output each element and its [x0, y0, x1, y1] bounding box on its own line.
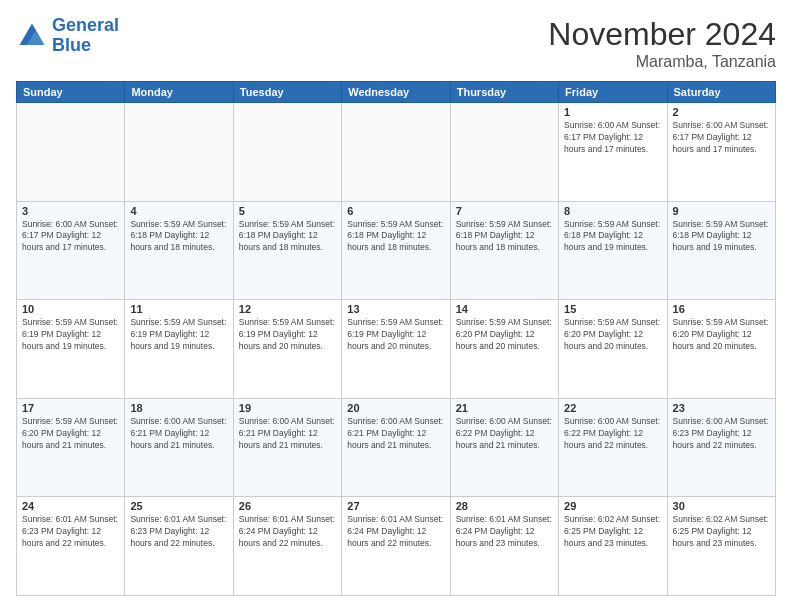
day-info: Sunrise: 5:59 AM Sunset: 6:18 PM Dayligh…: [456, 219, 553, 255]
day-number: 8: [564, 205, 661, 217]
day-info: Sunrise: 5:59 AM Sunset: 6:20 PM Dayligh…: [564, 317, 661, 353]
day-number: 26: [239, 500, 336, 512]
day-info: Sunrise: 5:59 AM Sunset: 6:20 PM Dayligh…: [22, 416, 119, 452]
calendar-day-cell: 1Sunrise: 6:00 AM Sunset: 6:17 PM Daylig…: [559, 103, 667, 202]
logo-line2: Blue: [52, 35, 91, 55]
day-info: Sunrise: 6:00 AM Sunset: 6:21 PM Dayligh…: [130, 416, 227, 452]
day-number: 11: [130, 303, 227, 315]
calendar-week-row: 24Sunrise: 6:01 AM Sunset: 6:23 PM Dayli…: [17, 497, 776, 596]
day-number: 28: [456, 500, 553, 512]
calendar-day-cell: 7Sunrise: 5:59 AM Sunset: 6:18 PM Daylig…: [450, 201, 558, 300]
calendar-day-cell: 2Sunrise: 6:00 AM Sunset: 6:17 PM Daylig…: [667, 103, 775, 202]
day-info: Sunrise: 6:00 AM Sunset: 6:23 PM Dayligh…: [673, 416, 770, 452]
day-info: Sunrise: 6:00 AM Sunset: 6:21 PM Dayligh…: [239, 416, 336, 452]
page: General Blue November 2024 Maramba, Tanz…: [0, 0, 792, 612]
day-number: 30: [673, 500, 770, 512]
logo-text: General Blue: [52, 16, 119, 56]
day-info: Sunrise: 6:02 AM Sunset: 6:25 PM Dayligh…: [564, 514, 661, 550]
calendar-day-cell: 24Sunrise: 6:01 AM Sunset: 6:23 PM Dayli…: [17, 497, 125, 596]
weekday-header-cell: Thursday: [450, 82, 558, 103]
calendar-week-row: 10Sunrise: 5:59 AM Sunset: 6:19 PM Dayli…: [17, 300, 776, 399]
day-info: Sunrise: 5:59 AM Sunset: 6:20 PM Dayligh…: [673, 317, 770, 353]
calendar-day-cell: 17Sunrise: 5:59 AM Sunset: 6:20 PM Dayli…: [17, 398, 125, 497]
day-number: 15: [564, 303, 661, 315]
calendar-day-cell: [233, 103, 341, 202]
day-number: 19: [239, 402, 336, 414]
day-number: 3: [22, 205, 119, 217]
day-info: Sunrise: 5:59 AM Sunset: 6:19 PM Dayligh…: [130, 317, 227, 353]
calendar-week-row: 3Sunrise: 6:00 AM Sunset: 6:17 PM Daylig…: [17, 201, 776, 300]
day-info: Sunrise: 6:01 AM Sunset: 6:24 PM Dayligh…: [239, 514, 336, 550]
day-number: 25: [130, 500, 227, 512]
calendar-day-cell: 9Sunrise: 5:59 AM Sunset: 6:18 PM Daylig…: [667, 201, 775, 300]
calendar-day-cell: 19Sunrise: 6:00 AM Sunset: 6:21 PM Dayli…: [233, 398, 341, 497]
day-info: Sunrise: 6:00 AM Sunset: 6:17 PM Dayligh…: [564, 120, 661, 156]
day-number: 21: [456, 402, 553, 414]
day-number: 1: [564, 106, 661, 118]
day-info: Sunrise: 6:01 AM Sunset: 6:24 PM Dayligh…: [456, 514, 553, 550]
calendar-day-cell: 23Sunrise: 6:00 AM Sunset: 6:23 PM Dayli…: [667, 398, 775, 497]
calendar-day-cell: [17, 103, 125, 202]
day-info: Sunrise: 5:59 AM Sunset: 6:19 PM Dayligh…: [22, 317, 119, 353]
day-number: 9: [673, 205, 770, 217]
calendar-day-cell: [125, 103, 233, 202]
header: General Blue November 2024 Maramba, Tanz…: [16, 16, 776, 71]
day-info: Sunrise: 6:00 AM Sunset: 6:21 PM Dayligh…: [347, 416, 444, 452]
day-info: Sunrise: 5:59 AM Sunset: 6:18 PM Dayligh…: [673, 219, 770, 255]
calendar-day-cell: 26Sunrise: 6:01 AM Sunset: 6:24 PM Dayli…: [233, 497, 341, 596]
day-info: Sunrise: 5:59 AM Sunset: 6:20 PM Dayligh…: [456, 317, 553, 353]
day-info: Sunrise: 5:59 AM Sunset: 6:18 PM Dayligh…: [239, 219, 336, 255]
day-number: 23: [673, 402, 770, 414]
calendar-day-cell: 21Sunrise: 6:00 AM Sunset: 6:22 PM Dayli…: [450, 398, 558, 497]
calendar-day-cell: 13Sunrise: 5:59 AM Sunset: 6:19 PM Dayli…: [342, 300, 450, 399]
location: Maramba, Tanzania: [548, 53, 776, 71]
day-number: 14: [456, 303, 553, 315]
day-number: 29: [564, 500, 661, 512]
calendar-day-cell: 5Sunrise: 5:59 AM Sunset: 6:18 PM Daylig…: [233, 201, 341, 300]
calendar-day-cell: 11Sunrise: 5:59 AM Sunset: 6:19 PM Dayli…: [125, 300, 233, 399]
day-info: Sunrise: 6:00 AM Sunset: 6:22 PM Dayligh…: [456, 416, 553, 452]
calendar-day-cell: 30Sunrise: 6:02 AM Sunset: 6:25 PM Dayli…: [667, 497, 775, 596]
weekday-header-cell: Sunday: [17, 82, 125, 103]
day-info: Sunrise: 6:00 AM Sunset: 6:17 PM Dayligh…: [22, 219, 119, 255]
calendar-day-cell: 6Sunrise: 5:59 AM Sunset: 6:18 PM Daylig…: [342, 201, 450, 300]
calendar-table: SundayMondayTuesdayWednesdayThursdayFrid…: [16, 81, 776, 596]
day-info: Sunrise: 5:59 AM Sunset: 6:18 PM Dayligh…: [347, 219, 444, 255]
day-info: Sunrise: 5:59 AM Sunset: 6:18 PM Dayligh…: [564, 219, 661, 255]
day-info: Sunrise: 5:59 AM Sunset: 6:18 PM Dayligh…: [130, 219, 227, 255]
calendar-day-cell: [342, 103, 450, 202]
day-number: 2: [673, 106, 770, 118]
calendar-day-cell: 28Sunrise: 6:01 AM Sunset: 6:24 PM Dayli…: [450, 497, 558, 596]
calendar-day-cell: 16Sunrise: 5:59 AM Sunset: 6:20 PM Dayli…: [667, 300, 775, 399]
day-info: Sunrise: 6:01 AM Sunset: 6:23 PM Dayligh…: [130, 514, 227, 550]
day-number: 12: [239, 303, 336, 315]
calendar-day-cell: 25Sunrise: 6:01 AM Sunset: 6:23 PM Dayli…: [125, 497, 233, 596]
day-number: 13: [347, 303, 444, 315]
day-number: 7: [456, 205, 553, 217]
calendar-day-cell: 27Sunrise: 6:01 AM Sunset: 6:24 PM Dayli…: [342, 497, 450, 596]
day-number: 27: [347, 500, 444, 512]
weekday-header-cell: Monday: [125, 82, 233, 103]
day-number: 5: [239, 205, 336, 217]
day-number: 18: [130, 402, 227, 414]
weekday-header-cell: Tuesday: [233, 82, 341, 103]
calendar-week-row: 1Sunrise: 6:00 AM Sunset: 6:17 PM Daylig…: [17, 103, 776, 202]
day-number: 16: [673, 303, 770, 315]
calendar-day-cell: 15Sunrise: 5:59 AM Sunset: 6:20 PM Dayli…: [559, 300, 667, 399]
calendar-day-cell: 4Sunrise: 5:59 AM Sunset: 6:18 PM Daylig…: [125, 201, 233, 300]
day-info: Sunrise: 6:01 AM Sunset: 6:23 PM Dayligh…: [22, 514, 119, 550]
month-title: November 2024: [548, 16, 776, 53]
calendar-day-cell: 14Sunrise: 5:59 AM Sunset: 6:20 PM Dayli…: [450, 300, 558, 399]
title-area: November 2024 Maramba, Tanzania: [548, 16, 776, 71]
calendar-week-row: 17Sunrise: 5:59 AM Sunset: 6:20 PM Dayli…: [17, 398, 776, 497]
day-info: Sunrise: 6:02 AM Sunset: 6:25 PM Dayligh…: [673, 514, 770, 550]
logo-icon: [16, 20, 48, 52]
calendar-day-cell: 18Sunrise: 6:00 AM Sunset: 6:21 PM Dayli…: [125, 398, 233, 497]
day-info: Sunrise: 6:01 AM Sunset: 6:24 PM Dayligh…: [347, 514, 444, 550]
day-info: Sunrise: 5:59 AM Sunset: 6:19 PM Dayligh…: [239, 317, 336, 353]
day-number: 10: [22, 303, 119, 315]
calendar-day-cell: 10Sunrise: 5:59 AM Sunset: 6:19 PM Dayli…: [17, 300, 125, 399]
calendar-day-cell: 22Sunrise: 6:00 AM Sunset: 6:22 PM Dayli…: [559, 398, 667, 497]
weekday-header-cell: Friday: [559, 82, 667, 103]
day-info: Sunrise: 6:00 AM Sunset: 6:22 PM Dayligh…: [564, 416, 661, 452]
